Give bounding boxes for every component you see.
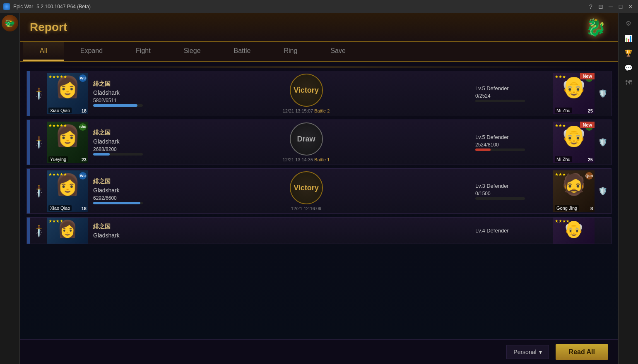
- defender-level: Lv.5 Defender: [475, 134, 548, 140]
- defender-level-num: 8: [590, 206, 593, 211]
- defender-char-name: Gong Jing: [555, 205, 579, 211]
- attacker-portrait: 👩 ★★★★★ Wu Xiao Qiao 18: [47, 170, 88, 212]
- attacker-info: 緋之国 Gladshark: [88, 220, 142, 242]
- defender-stars: ★★★: [555, 123, 566, 128]
- defender-level: Lv.3 Defender: [475, 183, 548, 189]
- attacker-name-cn: 緋之国: [93, 178, 137, 185]
- maximize-button[interactable]: □: [616, 2, 625, 11]
- attacker-info: 緋之国 Gladshark 6292/6600: [88, 175, 142, 208]
- personal-label: Personal: [513, 349, 536, 355]
- titlebar-controls: ? ⊟ ─ □ ✕: [587, 2, 635, 11]
- result-timestamp: 12/21 12:16:09: [291, 206, 321, 211]
- battle-result: Draw 12/21 13:14:35 Battle 1: [142, 122, 470, 162]
- defender-level: Lv.5 Defender: [475, 85, 548, 91]
- defender-level-num: 25: [588, 157, 593, 162]
- defender-hp-bar-bg: [475, 197, 525, 200]
- content-area: Report 🐉 All Expand Fight Siege Battle R…: [20, 13, 618, 364]
- bottom-bar: Personal ▾ Read All: [20, 339, 618, 364]
- minimize-tile-button[interactable]: ⊟: [597, 2, 605, 11]
- attacker-hp-bar-bg: [93, 153, 143, 156]
- tab-save[interactable]: Save: [314, 42, 362, 61]
- attacker-level: 18: [82, 108, 87, 113]
- defender-level-num: 25: [588, 108, 593, 113]
- dragon-icon: 🐉: [585, 18, 606, 37]
- attacker-name: Gladshark: [93, 138, 137, 145]
- titlebar: Epic War 5.2.100.1047 P64 (Beta) ? ⊟ ─ □…: [0, 0, 638, 13]
- attacker-name-cn: 緋之国: [93, 129, 137, 136]
- tab-expand[interactable]: Expand: [64, 42, 119, 61]
- help-button[interactable]: ?: [587, 2, 595, 11]
- sidebar-btn-3[interactable]: 🏆: [622, 46, 635, 60]
- result-text: Victory: [294, 184, 319, 192]
- attacker-level: 18: [82, 206, 87, 211]
- accent-bar: [27, 120, 30, 165]
- defender-hp-bar: [475, 148, 491, 151]
- table-row[interactable]: 🗡️ 👩 ★★★★★ Wu Xiao Qiao 18 緋之国 Gladshark…: [26, 168, 612, 214]
- minimize-button[interactable]: ─: [607, 2, 615, 11]
- defender-hp: 0/2524: [475, 93, 548, 99]
- sidebar-btn-2[interactable]: 📊: [622, 31, 635, 45]
- defender-char-name: Mi Zhu: [555, 156, 572, 162]
- sword-icon: 🗡️: [31, 86, 46, 101]
- attacker-faction: Wu: [79, 172, 87, 180]
- attacker-hp-bar-bg: [93, 202, 143, 204]
- attacker-faction: Shu: [79, 123, 87, 131]
- defender-stars: ★★★: [555, 172, 566, 177]
- defender-hp: 2524/8100: [475, 142, 548, 148]
- defender-hp-bar-bg: [475, 148, 525, 151]
- table-row[interactable]: 🗡️ 👩 ★★★★★ Wu Xiao Qiao 18 緋之国 Gladshark: [26, 71, 612, 116]
- attacker-portrait: 👩 ★★★★: [47, 217, 88, 244]
- defender-stars: ★★★: [555, 74, 566, 79]
- accent-bar: [27, 169, 30, 213]
- defender-progress: 0/2524: [475, 93, 548, 102]
- attacker-hp-bar: [93, 153, 110, 156]
- battle-result: Victory 12/21 13:15:07 Battle 2: [142, 74, 470, 113]
- sidebar-btn-4[interactable]: 💬: [622, 61, 635, 74]
- sword-icon: 🗡️: [31, 135, 46, 150]
- defender-char-name: Mi Zhu: [555, 108, 572, 113]
- attacker-level: 23: [82, 157, 87, 162]
- shield-icon: 🛡️: [598, 187, 607, 196]
- accent-bar: [27, 71, 30, 116]
- attacker-portrait: 👩 ★★★★★ Shu Yueying 23: [47, 122, 88, 163]
- table-row[interactable]: 🗡️ 👩 ★★★★ 緋之国 Gladshark Lv.4 Defender: [26, 217, 612, 244]
- table-row[interactable]: 🗡️ 👩 ★★★★★ Shu Yueying 23 緋之国 Gladshark …: [26, 120, 612, 165]
- battle-result: Victory 12/21 12:16:09: [142, 171, 470, 211]
- sidebar-btn-1[interactable]: ⚙: [622, 17, 635, 30]
- defender-level: Lv.4 Defender: [475, 228, 548, 234]
- tab-siege[interactable]: Siege: [167, 42, 217, 61]
- sidebar-btn-5[interactable]: 🗺: [622, 76, 635, 89]
- tab-all[interactable]: All: [23, 42, 64, 61]
- shield-icon: 🛡️: [598, 138, 607, 147]
- sword-icon-wrap: 🗡️: [30, 137, 47, 147]
- personal-button[interactable]: Personal ▾: [506, 345, 549, 359]
- attacker-char-name: Yueying: [48, 156, 68, 162]
- shield-wrap: 🛡️: [595, 187, 611, 196]
- attacker-hp: 5802/6511: [93, 98, 137, 103]
- defender-hp-bar-bg: [475, 100, 525, 102]
- tab-fight[interactable]: Fight: [119, 42, 167, 61]
- result-seal: Victory: [290, 74, 323, 107]
- new-badge: New: [580, 122, 595, 128]
- sword-icon-wrap: 🗡️: [30, 226, 47, 236]
- result-seal: Draw: [290, 122, 323, 156]
- page-header: Report 🐉: [20, 13, 618, 42]
- attacker-hp-bar-bg: [93, 104, 143, 107]
- tab-ring[interactable]: Ring: [267, 42, 314, 61]
- app-container: 🐲 Report 🐉 All Expand Fight Siege Battle…: [0, 13, 638, 364]
- attacker-char-name: Xiao Qiao: [48, 205, 72, 211]
- attacker-stars: ★★★★★: [48, 123, 67, 128]
- attacker-name: Gladshark: [93, 187, 137, 194]
- sword-icon: 🗡️: [31, 223, 46, 238]
- read-all-button[interactable]: Read All: [556, 344, 608, 360]
- attacker-hp-bar: [93, 104, 137, 107]
- attacker-info: 緋之国 Gladshark 5802/6511: [88, 77, 142, 110]
- defender-progress: 2524/8100: [475, 142, 548, 151]
- tab-battle[interactable]: Battle: [217, 42, 267, 61]
- defender-info: Lv.3 Defender 0/1500: [470, 180, 553, 203]
- close-button[interactable]: ✕: [626, 2, 635, 11]
- attacker-name: Gladshark: [93, 232, 137, 239]
- result-text: Draw: [297, 135, 315, 144]
- defender-portrait: 👴 ★★★ Shu Mi Zhu 25 New: [553, 122, 595, 163]
- left-sidebar: 🐲: [0, 13, 20, 364]
